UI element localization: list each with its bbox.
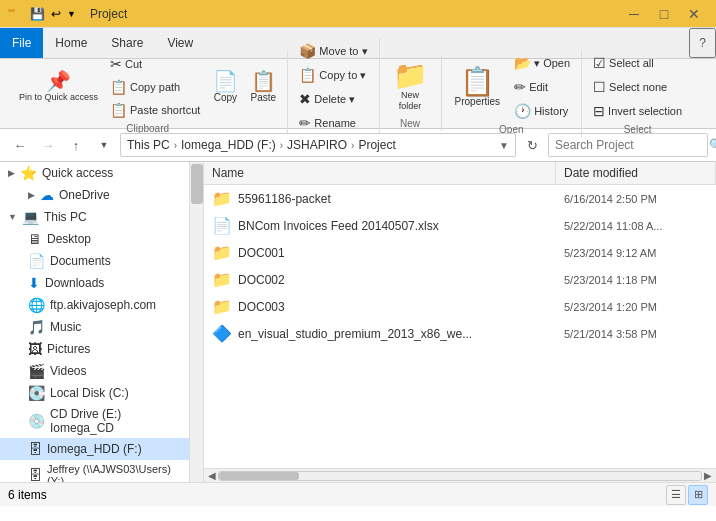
nav-item-videos[interactable]: 🎬 Videos — [0, 360, 189, 382]
nav-item-onedrive[interactable]: ▶ ☁ OneDrive — [0, 184, 189, 206]
recent-locations-button[interactable]: ▼ — [92, 133, 116, 157]
iomega-hdd-icon: 🗄 — [28, 441, 42, 457]
file5-name: DOC003 — [238, 300, 285, 314]
details-view-button[interactable]: ☰ — [666, 485, 686, 505]
new-folder-button[interactable]: 📁 Newfolder — [386, 58, 435, 116]
nav-scrollbar[interactable] — [190, 162, 204, 482]
open-button[interactable]: 📂 ▾ Open — [509, 52, 575, 74]
nav-item-this-pc[interactable]: ▼ 💻 This PC — [0, 206, 189, 228]
nav-item-music[interactable]: 🎵 Music — [0, 316, 189, 338]
select-none-button[interactable]: ☐ Select none — [588, 76, 672, 98]
search-box[interactable]: 🔍 — [548, 133, 708, 157]
videos-label: Videos — [50, 364, 86, 378]
nav-item-jeffrey[interactable]: 🗄 Jeffrey (\\AJWS03\Users) (Y:) — [0, 460, 189, 482]
ftp-icon: 🌐 — [28, 297, 45, 313]
nav-item-downloads[interactable]: ⬇ Downloads — [0, 272, 189, 294]
open-items: 📋 Properties 📂 ▾ Open ✏ Edit 🕐 History — [448, 52, 576, 122]
up-button[interactable]: ↑ — [64, 133, 88, 157]
col-header-name[interactable]: Name — [204, 162, 556, 184]
title-bar: 💾 ↩ ▼ Project ─ □ ✕ — [0, 0, 716, 28]
nav-item-desktop[interactable]: 🖥 Desktop — [0, 228, 189, 250]
nav-item-quick-access[interactable]: ▶ ⭐ Quick access — [0, 162, 189, 184]
move-to-label: Move to ▾ — [319, 45, 367, 58]
file-list-header: Name Date modified — [204, 162, 716, 185]
rename-label: Rename — [314, 117, 356, 129]
search-icon: 🔍 — [709, 138, 716, 152]
nav-item-pictures[interactable]: 🖼 Pictures — [0, 338, 189, 360]
path-sep-3: › — [351, 140, 354, 151]
nav-item-cd-drive[interactable]: 💿 CD Drive (E:) Iomega_CD — [0, 404, 189, 438]
refresh-button[interactable]: ↻ — [520, 133, 544, 157]
qat-undo-icon[interactable]: ↩ — [51, 7, 61, 21]
back-button[interactable]: ← — [8, 133, 32, 157]
history-icon: 🕐 — [514, 103, 531, 119]
nav-item-ftp[interactable]: 🌐 ftp.akivajoseph.com — [0, 294, 189, 316]
file-row[interactable]: 📁 DOC002 5/23/2014 1:18 PM — [204, 266, 716, 293]
file2-icon: 📄 — [212, 216, 232, 235]
select-group: ☑ Select all ☐ Select none ⊟ Invert sele… — [582, 50, 693, 137]
paste-shortcut-icon: 📋 — [110, 102, 127, 118]
desktop-icon: 🖥 — [28, 231, 42, 247]
open-icon: 📂 — [514, 55, 531, 71]
scroll-left-btn[interactable]: ◀ — [208, 470, 216, 481]
file-name-cell: 🔷 en_visual_studio_premium_2013_x86_we..… — [204, 322, 556, 345]
desktop-label: Desktop — [47, 232, 91, 246]
this-pc-icon: 💻 — [22, 209, 39, 225]
copy-path-label: Copy path — [130, 81, 180, 93]
invert-label: Invert selection — [608, 105, 682, 117]
file-row[interactable]: 🔷 en_visual_studio_premium_2013_x86_we..… — [204, 320, 716, 347]
qat-dropdown-icon[interactable]: ▼ — [67, 9, 76, 19]
file-row[interactable]: 📄 BNCom Invoices Feed 20140507.xlsx 5/22… — [204, 212, 716, 239]
file-row[interactable]: 📁 DOC001 5/23/2014 9:12 AM — [204, 239, 716, 266]
copy-to-button[interactable]: 📋 Copy to ▾ — [294, 64, 371, 86]
select-all-icon: ☑ — [593, 55, 606, 71]
local-disk-label: Local Disk (C:) — [50, 386, 129, 400]
scroll-right-btn[interactable]: ▶ — [704, 470, 712, 481]
file1-icon: 📁 — [212, 189, 232, 208]
file-row[interactable]: 📁 55961186-packet 6/16/2014 2:50 PM — [204, 185, 716, 212]
edit-button[interactable]: ✏ Edit — [509, 76, 553, 98]
file-name-cell: 📁 55961186-packet — [204, 187, 556, 210]
cut-icon: ✂ — [110, 56, 122, 72]
copy-icon: 📄 — [213, 71, 238, 91]
minimize-button[interactable]: ─ — [620, 0, 648, 28]
h-scrollbar[interactable]: ◀ ▶ — [204, 468, 716, 482]
cut-button[interactable]: ✂ Cut — [105, 53, 205, 75]
this-pc-label: This PC — [44, 210, 87, 224]
cut-label: Cut — [125, 58, 142, 70]
forward-button[interactable]: → — [36, 133, 60, 157]
large-icons-view-button[interactable]: ⊞ — [688, 485, 708, 505]
file-name-cell: 📁 DOC001 — [204, 241, 556, 264]
new-folder-label: Newfolder — [399, 90, 422, 112]
file-row[interactable]: 📁 DOC003 5/23/2014 1:20 PM — [204, 293, 716, 320]
qat-save-icon[interactable]: 💾 — [30, 7, 45, 21]
close-button[interactable]: ✕ — [680, 0, 708, 28]
open-group: 📋 Properties 📂 ▾ Open ✏ Edit 🕐 History O… — [442, 50, 583, 137]
col-header-date[interactable]: Date modified — [556, 162, 716, 184]
search-input[interactable] — [555, 138, 705, 152]
delete-button[interactable]: ✖ Delete ▾ — [294, 88, 360, 110]
nav-item-iomega-hdd[interactable]: 🗄 Iomega_HDD (F:) — [0, 438, 189, 460]
move-to-button[interactable]: 📦 Move to ▾ — [294, 40, 372, 62]
edit-label: Edit — [529, 81, 548, 93]
paste-shortcut-button[interactable]: 📋 Paste shortcut — [105, 99, 205, 121]
copy-button[interactable]: 📄 Copy — [207, 68, 243, 106]
copy-path-button[interactable]: 📋 Copy path — [105, 76, 205, 98]
help-button[interactable]: ? — [689, 28, 716, 58]
file5-date: 5/23/2014 1:20 PM — [556, 299, 716, 315]
file1-date: 6/16/2014 2:50 PM — [556, 191, 716, 207]
properties-button[interactable]: 📋 Properties — [448, 64, 508, 111]
pin-quickaccess-button[interactable]: 📌 Pin to Quick access — [14, 68, 103, 106]
maximize-button[interactable]: □ — [650, 0, 678, 28]
invert-selection-button[interactable]: ⊟ Invert selection — [588, 100, 687, 122]
history-button[interactable]: 🕐 History — [509, 100, 573, 122]
path-sep-2: › — [280, 140, 283, 151]
paste-button[interactable]: 📋 Paste — [245, 68, 281, 106]
nav-item-documents[interactable]: 📄 Documents — [0, 250, 189, 272]
nav-item-local-disk[interactable]: 💽 Local Disk (C:) — [0, 382, 189, 404]
rename-button[interactable]: ✏ Rename — [294, 112, 361, 134]
select-all-button[interactable]: ☑ Select all — [588, 52, 659, 74]
address-path[interactable]: This PC › Iomega_HDD (F:) › JSHAPIRO › P… — [120, 133, 516, 157]
status-bar: 6 items ☰ ⊞ — [0, 482, 716, 506]
copy-path-icon: 📋 — [110, 79, 127, 95]
